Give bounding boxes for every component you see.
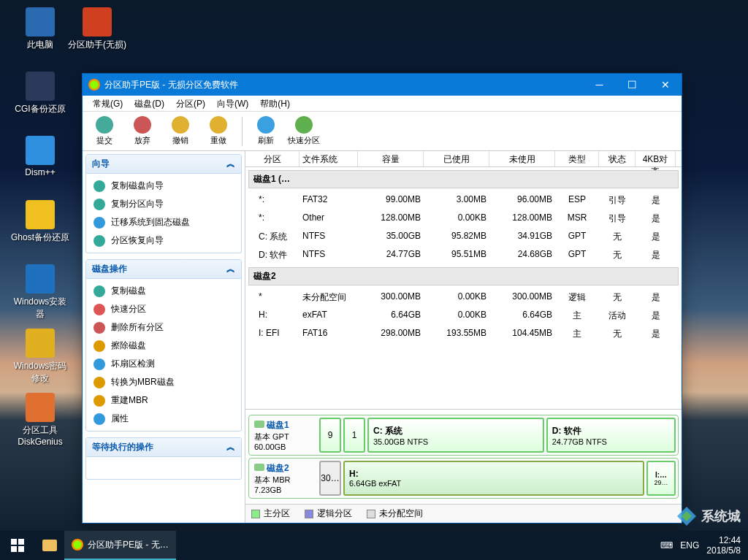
- desktop-app-icon: [26, 72, 55, 101]
- partition-row[interactable]: C: 系统NTFS35.00GB95.82MB34.91GBGPT无是: [245, 228, 682, 246]
- grid-header-cell[interactable]: 文件系统: [299, 151, 358, 166]
- desktop-icon-1[interactable]: 分区助手(无损): [68, 7, 126, 51]
- desktop-icon-2[interactable]: CGI备份还原: [11, 72, 69, 115]
- partition-row[interactable]: *:Other128.00MB0.00KB128.00MBMSR引导是: [245, 210, 682, 228]
- grid-header-cell[interactable]: 类型: [555, 151, 599, 166]
- panel-item[interactable]: 删除所有分区: [86, 318, 241, 337]
- wizard-panel: 向导︽ 复制磁盘向导复制分区向导迁移系统到固态磁盘分区恢复向导: [85, 154, 242, 253]
- wizard-panel-header[interactable]: 向导︽: [86, 155, 241, 174]
- toolbar-放弃-button[interactable]: 放弃: [124, 113, 161, 150]
- pending-panel: 等待执行的操作︽: [85, 437, 242, 480]
- desktop-icon-label: 分区助手(无损): [68, 39, 126, 51]
- toolbar-撤销-button[interactable]: 撤销: [162, 113, 199, 150]
- titlebar[interactable]: 分区助手PE版 - 无损分区免费软件 ─ ☐ ✕: [83, 74, 682, 96]
- diskmap-part-h[interactable]: H:6.64GB exFAT: [343, 461, 644, 496]
- panel-item[interactable]: 复制分区向导: [86, 195, 241, 213]
- menu-item[interactable]: 磁盘(D): [129, 96, 170, 111]
- partition-row[interactable]: H:exFAT6.64GB0.00KB6.64GB主活动是: [245, 307, 682, 325]
- desktop-icon-5[interactable]: Windows安装器: [11, 264, 69, 321]
- menu-item[interactable]: 常规(G): [87, 96, 129, 111]
- taskbar-app-button[interactable]: 分区助手PE版 - 无…: [64, 531, 176, 560]
- diskmap-part-d[interactable]: D: 软件24.77GB NTFS: [546, 418, 676, 453]
- svg-rect-1: [18, 539, 24, 545]
- start-button[interactable]: [0, 531, 35, 560]
- menu-item[interactable]: 帮助(H): [254, 96, 296, 111]
- diskops-panel-header[interactable]: 磁盘操作︽: [86, 260, 241, 279]
- desktop-app-icon: [26, 200, 55, 229]
- panel-item[interactable]: 重建MBR: [86, 391, 241, 410]
- toolbar-label: 刷新: [258, 135, 274, 146]
- desktop-icon-7[interactable]: 分区工具DiskGenius: [11, 393, 69, 447]
- panel-item-label: 坏扇区检测: [111, 358, 155, 370]
- panel-item[interactable]: 擦除磁盘: [86, 337, 241, 355]
- toolbar-separator: [242, 117, 243, 146]
- grid-header-cell[interactable]: 状态: [599, 151, 636, 166]
- pending-panel-header[interactable]: 等待执行的操作︽: [86, 438, 241, 457]
- panel-item-icon: [94, 395, 105, 407]
- panel-item-label: 复制分区向导: [111, 198, 164, 210]
- partition-row[interactable]: I: EFIFAT16298.00MB193.55MB104.45MB主无是: [245, 325, 682, 343]
- panel-item[interactable]: 属性: [86, 410, 241, 428]
- desktop-icon-0[interactable]: 此电脑: [11, 7, 69, 51]
- panel-item[interactable]: 分区恢复向导: [86, 231, 241, 250]
- diskmap-part-i[interactable]: I:…29…: [646, 461, 676, 496]
- diskmap-part-esp[interactable]: 9: [319, 418, 341, 453]
- maximize-button[interactable]: ☐: [616, 74, 649, 96]
- taskbar: 分区助手PE版 - 无… ⌨ ENG 12:442018/5/8: [0, 531, 748, 560]
- svg-rect-3: [18, 546, 24, 552]
- panel-item[interactable]: 转换为MBR磁盘: [86, 373, 241, 391]
- panel-item[interactable]: 复制磁盘: [86, 282, 241, 300]
- diskmap-part-msr[interactable]: 1: [343, 418, 365, 453]
- panel-item-label: 转换为MBR磁盘: [111, 376, 175, 388]
- partition-row[interactable]: *未分配空间300.00MB0.00KB300.00MB逻辑无是: [245, 288, 682, 307]
- desktop-icon-3[interactable]: Dism++: [11, 136, 69, 177]
- svg-rect-0: [11, 539, 17, 545]
- panel-item-label: 分区恢复向导: [111, 234, 164, 247]
- minimize-button[interactable]: ─: [583, 74, 616, 96]
- panel-item[interactable]: 复制磁盘向导: [86, 177, 241, 195]
- diskmap-disk1-label: 磁盘1 基本 GPT 60.00GB: [251, 418, 317, 453]
- desktop-icon-4[interactable]: Ghost备份还原: [11, 200, 69, 244]
- desktop-icon-label: Windows密码修改: [11, 360, 69, 385]
- toolbar-提交-button[interactable]: 提交: [86, 113, 123, 150]
- panel-item-icon: [94, 322, 105, 334]
- clock[interactable]: 12:442018/5/8: [706, 535, 741, 556]
- app-icon: [72, 539, 83, 551]
- grid-header-cell[interactable]: 4KB对齐: [636, 151, 676, 166]
- disk1-header[interactable]: 磁盘1 (…: [248, 170, 679, 188]
- partition-row[interactable]: *:FAT3299.00MB3.00MB96.00MBESP引导是: [245, 191, 682, 210]
- toolbar-icon: [295, 116, 313, 134]
- legend-unalloc: 未分配空间: [367, 507, 423, 520]
- svg-rect-2: [11, 546, 17, 552]
- toolbar-重做-button[interactable]: 重做: [200, 113, 237, 150]
- menu-item[interactable]: 分区(P): [170, 96, 211, 111]
- diskops-panel: 磁盘操作︽ 复制磁盘快速分区删除所有分区擦除磁盘坏扇区检测转换为MBR磁盘重建M…: [85, 259, 242, 431]
- grid-header-cell[interactable]: 未使用: [489, 151, 555, 166]
- grid-header-cell[interactable]: 分区: [245, 151, 299, 166]
- menu-item[interactable]: 向导(W): [211, 96, 254, 111]
- panel-item-icon: [94, 413, 105, 425]
- grid-header-cell[interactable]: 已使用: [424, 151, 489, 166]
- language-indicator[interactable]: ENG: [680, 540, 699, 551]
- toolbar-快速分区-button[interactable]: 快速分区: [286, 113, 322, 150]
- disk2-header[interactable]: 磁盘2: [248, 267, 679, 285]
- desktop-icon-label: Dism++: [11, 167, 69, 177]
- desktop-app-icon: [26, 7, 55, 37]
- file-explorer-icon[interactable]: [35, 531, 64, 560]
- toolbar-icon: [134, 116, 151, 134]
- panel-item[interactable]: 迁移系统到固态磁盘: [86, 213, 241, 231]
- panel-item-label: 复制磁盘向导: [111, 180, 164, 192]
- desktop-icon-6[interactable]: Windows密码修改: [11, 329, 69, 385]
- partition-row[interactable]: D: 软件NTFS24.77GB95.51MB24.68GBGPT无是: [245, 246, 682, 264]
- diskmap-part-unalloc[interactable]: 30…: [319, 461, 341, 496]
- panel-item[interactable]: 快速分区: [86, 300, 241, 318]
- keyboard-icon[interactable]: ⌨: [660, 540, 673, 551]
- diskmap-disk2[interactable]: 磁盘2 基本 MBR 7.23GB 30… H:6.64GB exFAT I:……: [248, 458, 679, 499]
- diskmap-disk1[interactable]: 磁盘1 基本 GPT 60.00GB 9 1 C: 系统35.00GB NTFS…: [248, 415, 679, 456]
- grid-header-cell[interactable]: 容量: [358, 151, 424, 166]
- panel-item[interactable]: 坏扇区检测: [86, 355, 241, 373]
- desktop-app-icon: [26, 264, 55, 294]
- diskmap-part-c[interactable]: C: 系统35.00GB NTFS: [367, 418, 544, 453]
- toolbar-刷新-button[interactable]: 刷新: [248, 113, 284, 150]
- close-button[interactable]: ✕: [649, 74, 682, 96]
